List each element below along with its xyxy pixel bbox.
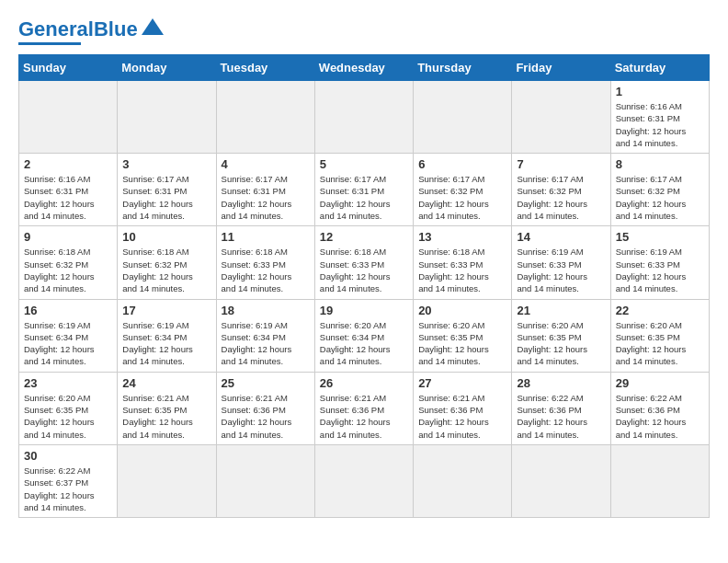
day-number: 15 (616, 230, 704, 244)
logo-text: GeneralBlue (18, 19, 138, 40)
day-info: Sunrise: 6:20 AMSunset: 6:35 PMDaylight:… (517, 319, 605, 368)
day-info: Sunrise: 6:17 AMSunset: 6:31 PMDaylight:… (222, 173, 310, 222)
calendar-cell: 18Sunrise: 6:19 AMSunset: 6:34 PMDayligh… (216, 299, 314, 372)
day-info: Sunrise: 6:18 AMSunset: 6:33 PMDaylight:… (320, 246, 408, 294)
day-number: 30 (24, 449, 112, 463)
calendar-cell (314, 81, 413, 154)
day-info: Sunrise: 6:19 AMSunset: 6:33 PMDaylight:… (517, 246, 605, 294)
day-info: Sunrise: 6:19 AMSunset: 6:34 PMDaylight:… (122, 319, 210, 368)
calendar-cell (216, 444, 314, 517)
day-info: Sunrise: 6:21 AMSunset: 6:36 PMDaylight:… (222, 392, 310, 441)
day-number: 7 (517, 157, 605, 171)
day-number: 13 (418, 230, 506, 244)
calendar-cell (118, 81, 216, 154)
day-number: 26 (320, 376, 408, 390)
day-info: Sunrise: 6:20 AMSunset: 6:35 PMDaylight:… (24, 392, 112, 441)
day-number: 6 (418, 157, 506, 171)
weekday-header-sunday: Sunday (19, 55, 118, 81)
calendar-cell: 13Sunrise: 6:18 AMSunset: 6:33 PMDayligh… (414, 226, 512, 299)
calendar-cell: 4Sunrise: 6:17 AMSunset: 6:31 PMDaylight… (216, 154, 314, 226)
day-info: Sunrise: 6:22 AMSunset: 6:36 PMDaylight:… (616, 392, 704, 441)
calendar-cell: 24Sunrise: 6:21 AMSunset: 6:35 PMDayligh… (118, 372, 216, 444)
calendar-cell: 28Sunrise: 6:22 AMSunset: 6:36 PMDayligh… (512, 372, 610, 444)
calendar-cell (610, 444, 709, 517)
day-info: Sunrise: 6:18 AMSunset: 6:32 PMDaylight:… (24, 246, 112, 294)
day-info: Sunrise: 6:18 AMSunset: 6:33 PMDaylight:… (222, 246, 310, 294)
calendar-table: SundayMondayTuesdayWednesdayThursdayFrid… (18, 54, 710, 518)
weekday-header-tuesday: Tuesday (216, 55, 314, 81)
day-info: Sunrise: 6:18 AMSunset: 6:32 PMDaylight:… (122, 246, 210, 294)
calendar-cell (414, 444, 512, 517)
calendar-row-2: 9Sunrise: 6:18 AMSunset: 6:32 PMDaylight… (19, 226, 710, 299)
logo-bar (18, 42, 81, 45)
calendar-cell: 3Sunrise: 6:17 AMSunset: 6:31 PMDaylight… (118, 154, 216, 226)
day-number: 10 (122, 230, 210, 244)
calendar-cell: 16Sunrise: 6:19 AMSunset: 6:34 PMDayligh… (19, 299, 118, 372)
calendar-cell: 12Sunrise: 6:18 AMSunset: 6:33 PMDayligh… (314, 226, 413, 299)
calendar-row-1: 2Sunrise: 6:16 AMSunset: 6:31 PMDaylight… (19, 154, 710, 226)
day-info: Sunrise: 6:22 AMSunset: 6:36 PMDaylight:… (517, 392, 605, 441)
weekday-header-thursday: Thursday (414, 55, 512, 81)
calendar-cell (19, 81, 118, 154)
calendar-cell: 1Sunrise: 6:16 AMSunset: 6:31 PMDaylight… (610, 81, 709, 154)
day-number: 8 (616, 157, 704, 171)
day-info: Sunrise: 6:21 AMSunset: 6:36 PMDaylight:… (320, 392, 408, 441)
calendar-cell: 5Sunrise: 6:17 AMSunset: 6:31 PMDaylight… (314, 154, 413, 226)
calendar-row-4: 23Sunrise: 6:20 AMSunset: 6:35 PMDayligh… (19, 372, 710, 444)
calendar-row-3: 16Sunrise: 6:19 AMSunset: 6:34 PMDayligh… (19, 299, 710, 372)
day-info: Sunrise: 6:20 AMSunset: 6:35 PMDaylight:… (616, 319, 704, 368)
day-info: Sunrise: 6:17 AMSunset: 6:31 PMDaylight:… (122, 173, 210, 222)
day-number: 12 (320, 230, 408, 244)
calendar-cell: 23Sunrise: 6:20 AMSunset: 6:35 PMDayligh… (19, 372, 118, 444)
day-info: Sunrise: 6:20 AMSunset: 6:34 PMDaylight:… (320, 319, 408, 368)
logo: GeneralBlue (18, 18, 165, 45)
day-number: 17 (122, 304, 210, 317)
calendar-row-5: 30Sunrise: 6:22 AMSunset: 6:37 PMDayligh… (19, 444, 710, 517)
day-number: 2 (24, 157, 112, 171)
day-number: 3 (122, 157, 210, 171)
calendar-cell: 25Sunrise: 6:21 AMSunset: 6:36 PMDayligh… (216, 372, 314, 444)
day-number: 20 (418, 304, 506, 317)
day-number: 9 (24, 230, 112, 244)
calendar-cell: 27Sunrise: 6:21 AMSunset: 6:36 PMDayligh… (414, 372, 512, 444)
day-info: Sunrise: 6:19 AMSunset: 6:34 PMDaylight:… (24, 319, 112, 368)
day-info: Sunrise: 6:19 AMSunset: 6:34 PMDaylight:… (222, 319, 310, 368)
day-number: 1 (616, 85, 704, 98)
day-number: 21 (517, 304, 605, 317)
day-info: Sunrise: 6:22 AMSunset: 6:37 PMDaylight:… (24, 465, 112, 513)
day-info: Sunrise: 6:16 AMSunset: 6:31 PMDaylight:… (616, 100, 704, 149)
calendar-cell (314, 444, 413, 517)
calendar-cell (512, 81, 610, 154)
day-number: 29 (616, 376, 704, 390)
weekday-header-row: SundayMondayTuesdayWednesdayThursdayFrid… (19, 55, 710, 81)
day-number: 11 (222, 230, 310, 244)
calendar-cell (118, 444, 216, 517)
day-info: Sunrise: 6:17 AMSunset: 6:32 PMDaylight:… (616, 173, 704, 222)
calendar-cell: 7Sunrise: 6:17 AMSunset: 6:32 PMDaylight… (512, 154, 610, 226)
day-number: 25 (222, 376, 310, 390)
day-info: Sunrise: 6:19 AMSunset: 6:33 PMDaylight:… (616, 246, 704, 294)
day-number: 16 (24, 304, 112, 317)
calendar-cell: 15Sunrise: 6:19 AMSunset: 6:33 PMDayligh… (610, 226, 709, 299)
day-number: 28 (517, 376, 605, 390)
calendar-header: GeneralBlue (18, 18, 710, 45)
day-info: Sunrise: 6:17 AMSunset: 6:31 PMDaylight:… (320, 173, 408, 222)
day-info: Sunrise: 6:17 AMSunset: 6:32 PMDaylight:… (517, 173, 605, 222)
calendar-cell: 20Sunrise: 6:20 AMSunset: 6:35 PMDayligh… (414, 299, 512, 372)
day-info: Sunrise: 6:16 AMSunset: 6:31 PMDaylight:… (24, 173, 112, 222)
day-number: 23 (24, 376, 112, 390)
day-number: 4 (222, 157, 310, 171)
svg-marker-0 (142, 18, 164, 35)
weekday-header-monday: Monday (118, 55, 216, 81)
day-number: 22 (616, 304, 704, 317)
weekday-header-wednesday: Wednesday (314, 55, 413, 81)
day-info: Sunrise: 6:20 AMSunset: 6:35 PMDaylight:… (418, 319, 506, 368)
day-number: 27 (418, 376, 506, 390)
day-number: 18 (222, 304, 310, 317)
calendar-cell (512, 444, 610, 517)
logo-general: General (18, 17, 94, 40)
calendar-cell: 8Sunrise: 6:17 AMSunset: 6:32 PMDaylight… (610, 154, 709, 226)
calendar-cell: 2Sunrise: 6:16 AMSunset: 6:31 PMDaylight… (19, 154, 118, 226)
calendar-cell: 11Sunrise: 6:18 AMSunset: 6:33 PMDayligh… (216, 226, 314, 299)
calendar-cell: 26Sunrise: 6:21 AMSunset: 6:36 PMDayligh… (314, 372, 413, 444)
